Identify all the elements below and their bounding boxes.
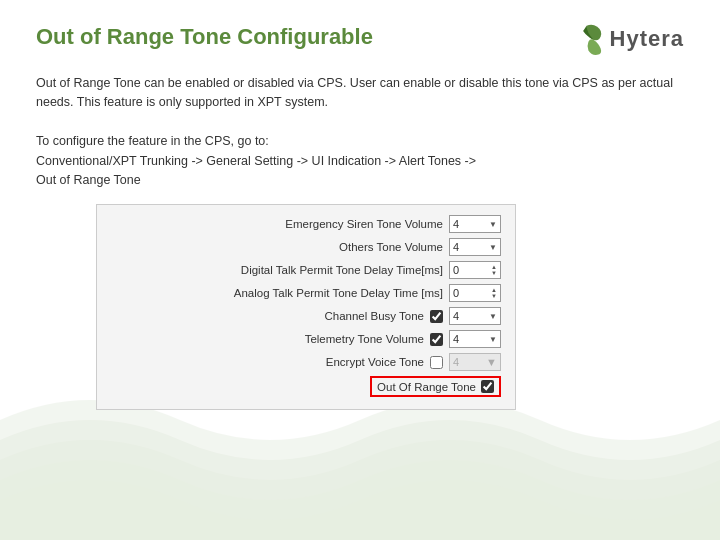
- encrypt-voice-checkbox[interactable]: [430, 356, 443, 369]
- telemetry-label: Telemetry Tone Volume: [224, 333, 424, 345]
- channel-busy-checkbox[interactable]: [430, 310, 443, 323]
- analog-talk-value: 0: [453, 287, 459, 299]
- digital-talk-value: 0: [453, 264, 459, 276]
- dropdown-arrow-icon: ▼: [489, 243, 497, 252]
- config-row-emergency-siren: Emergency Siren Tone Volume 4 ▼: [111, 215, 501, 233]
- digital-talk-spinbox[interactable]: 0 ▲ ▼: [449, 261, 501, 279]
- encrypt-voice-checkbox-wrap: [430, 356, 443, 369]
- spin-arrows: ▲ ▼: [491, 264, 497, 276]
- dropdown-arrow-icon: ▼: [489, 335, 497, 344]
- telemetry-checkbox-wrap: [430, 333, 443, 346]
- emergency-siren-value: 4: [453, 218, 459, 230]
- dropdown-arrow-icon: ▼: [489, 312, 497, 321]
- out-of-range-checkbox[interactable]: [481, 380, 494, 393]
- encrypt-voice-value: 4: [453, 356, 459, 368]
- description-paragraph1: Out of Range Tone can be enabled or disa…: [36, 74, 684, 113]
- config-row-analog-talk: Analog Talk Permit Tone Delay Time [ms] …: [111, 284, 501, 302]
- config-row-out-of-range: Out Of Range Tone: [111, 376, 501, 397]
- config-row-telemetry: Telemetry Tone Volume 4 ▼: [111, 330, 501, 348]
- config-row-digital-talk: Digital Talk Permit Tone Delay Time[ms] …: [111, 261, 501, 279]
- encrypt-voice-label: Encrypt Voice Tone: [224, 356, 424, 368]
- out-of-range-label: Out Of Range Tone: [377, 381, 476, 393]
- description-paragraph2: To configure the feature in the CPS, go …: [36, 132, 684, 190]
- out-of-range-checkbox-wrap: [481, 380, 494, 393]
- channel-busy-checkbox-wrap: [430, 310, 443, 323]
- out-of-range-box: Out Of Range Tone: [370, 376, 501, 397]
- telemetry-value: 4: [453, 333, 459, 345]
- config-row-channel-busy: Channel Busy Tone 4 ▼: [111, 307, 501, 325]
- logo-text: Hytera: [610, 26, 684, 52]
- others-tone-label: Others Tone Volume: [243, 241, 443, 253]
- emergency-siren-label: Emergency Siren Tone Volume: [243, 218, 443, 230]
- others-tone-value: 4: [453, 241, 459, 253]
- telemetry-checkbox[interactable]: [430, 333, 443, 346]
- channel-busy-label: Channel Busy Tone: [224, 310, 424, 322]
- analog-talk-spinbox[interactable]: 0 ▲ ▼: [449, 284, 501, 302]
- analog-talk-label: Analog Talk Permit Tone Delay Time [ms]: [234, 287, 443, 299]
- digital-talk-label: Digital Talk Permit Tone Delay Time[ms]: [241, 264, 443, 276]
- telemetry-dropdown[interactable]: 4 ▼: [449, 330, 501, 348]
- spin-arrows: ▲ ▼: [491, 287, 497, 299]
- spin-down-icon[interactable]: ▼: [491, 293, 497, 299]
- dropdown-arrow-icon: ▼: [486, 356, 497, 368]
- page-title: Out of Range Tone Configurable: [36, 24, 373, 50]
- spin-down-icon[interactable]: ▼: [491, 270, 497, 276]
- description-block: Out of Range Tone can be enabled or disa…: [36, 74, 684, 190]
- dropdown-arrow-icon: ▼: [489, 220, 497, 229]
- config-row-others-tone: Others Tone Volume 4 ▼: [111, 238, 501, 256]
- config-row-encrypt-voice: Encrypt Voice Tone 4 ▼: [111, 353, 501, 371]
- channel-busy-value: 4: [453, 310, 459, 322]
- encrypt-voice-dropdown: 4 ▼: [449, 353, 501, 371]
- hytera-logo-icon: [562, 22, 606, 56]
- emergency-siren-dropdown[interactable]: 4 ▼: [449, 215, 501, 233]
- logo-area: Hytera: [562, 22, 684, 56]
- channel-busy-dropdown[interactable]: 4 ▼: [449, 307, 501, 325]
- header: Out of Range Tone Configurable Hytera: [36, 22, 684, 56]
- config-panel: Emergency Siren Tone Volume 4 ▼ Others T…: [96, 204, 516, 410]
- others-tone-dropdown[interactable]: 4 ▼: [449, 238, 501, 256]
